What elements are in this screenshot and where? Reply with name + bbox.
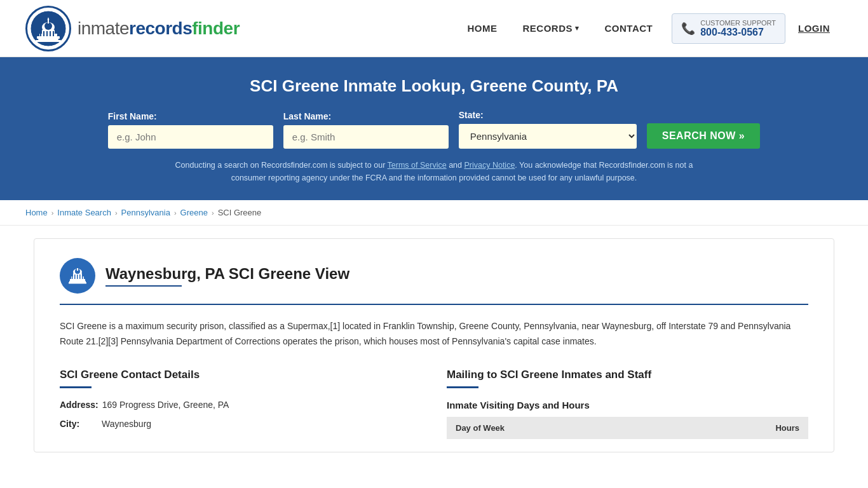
svg-rect-12 [53,31,54,36]
chevron-down-icon: ▾ [575,24,580,32]
svg-rect-9 [43,31,44,36]
contact-section-title: SCI Greene Contact Details [60,369,421,381]
sep2: › [115,209,118,217]
last-name-input[interactable] [283,125,449,149]
address-value: 169 Progress Drive, Greene, PA [102,400,229,410]
city-value: Waynesburg [102,419,151,429]
mailing-col: Mailing to SCI Greene Inmates and Staff … [447,369,808,439]
svg-rect-8 [40,31,41,36]
breadcrumb-pennsylvania[interactable]: Pennsylvania [121,208,170,217]
first-name-label: First Name: [108,111,157,121]
state-select[interactable]: Pennsylvania Alabama Alaska Arizona Cali… [459,124,637,149]
phone-icon: 📞 [681,22,695,36]
svg-rect-27 [69,282,86,284]
svg-rect-22 [74,274,76,279]
breadcrumb-home[interactable]: Home [25,208,48,217]
svg-rect-23 [77,274,78,279]
svg-rect-15 [70,279,85,281]
svg-rect-2 [39,34,57,36]
city-row: City: Waynesburg [60,419,421,429]
site-header: inmaterecordsfinder HOME RECORDS ▾ CONTA… [0,0,868,57]
mailing-underline [447,386,478,388]
title-underline [105,285,182,287]
logo-text: inmaterecordsfinder [78,18,240,39]
visiting-section-title: Inmate Visiting Days and Hours [447,400,808,410]
mailing-section-title: Mailing to SCI Greene Inmates and Staff [447,369,808,381]
privacy-link[interactable]: Privacy Notice [464,161,515,170]
first-name-input[interactable] [108,125,273,149]
main-nav: HOME RECORDS ▾ CONTACT 📞 CUSTOMER SUPPOR… [454,13,843,44]
svg-rect-14 [36,40,61,42]
last-name-group: Last Name: [283,111,449,149]
customer-support-box[interactable]: 📞 CUSTOMER SUPPORT 800-433-0567 [672,13,785,44]
phone-number: 800-433-0567 [700,27,776,38]
nav-home[interactable]: HOME [454,17,510,40]
support-label: CUSTOMER SUPPORT [700,19,776,27]
breadcrumb-current: SCI Greene [218,208,262,217]
svg-rect-26 [69,281,86,282]
svg-rect-1 [37,36,60,39]
search-button[interactable]: SEARCH NOW » [647,123,760,149]
facility-description: SCI Greene is a maximum security prison,… [60,319,808,349]
state-label: State: [459,110,484,120]
svg-rect-24 [79,274,81,279]
terms-link[interactable]: Terms of Service [388,161,447,170]
sep1: › [51,209,54,217]
svg-rect-13 [38,39,58,40]
banner-title: SCI Greene Inmate Lookup, Greene County,… [25,76,843,96]
nav-contact[interactable]: CONTACT [592,17,666,40]
two-col-section: SCI Greene Contact Details Address: 169 … [60,369,808,452]
disclaimer-text: Conducting a search on Recordsfinder.com… [173,159,695,184]
logo-area: inmaterecordsfinder [25,6,240,51]
breadcrumb-inmate-search[interactable]: Inmate Search [57,208,111,217]
contact-underline [60,386,92,388]
facility-icon [60,258,95,294]
first-name-group: First Name: [108,111,273,149]
state-group: State: Pennsylvania Alabama Alaska Arizo… [459,110,637,149]
table-header-hours: Hours [669,417,808,439]
svg-rect-11 [50,31,51,36]
breadcrumb: Home › Inmate Search › Pennsylvania › Gr… [0,200,868,226]
svg-rect-21 [72,274,73,279]
sep4: › [212,209,214,217]
contact-details-col: SCI Greene Contact Details Address: 169 … [60,369,421,439]
search-banner: SCI Greene Inmate Lookup, Greene County,… [0,57,868,200]
facility-title-block: Waynesburg, PA SCI Greene View [105,265,349,287]
svg-rect-25 [82,274,83,279]
svg-rect-10 [46,31,48,36]
city-label: City: [60,419,98,429]
last-name-label: Last Name: [283,111,331,121]
table-header-day: Day of Week [447,417,669,439]
search-form: First Name: Last Name: State: Pennsylvan… [25,110,843,149]
address-row: Address: 169 Progress Drive, Greene, PA [60,400,421,410]
breadcrumb-greene[interactable]: Greene [180,208,208,217]
sep3: › [174,209,177,217]
address-label: Address: [60,400,98,410]
logo-icon [25,6,71,51]
nav-login[interactable]: LOGIN [785,17,843,40]
nav-records[interactable]: RECORDS ▾ [510,17,592,40]
svg-rect-20 [77,268,78,271]
visiting-table: Day of Week Hours [447,417,808,439]
facility-header: Waynesburg, PA SCI Greene View [60,239,808,305]
main-content: Waynesburg, PA SCI Greene View SCI Green… [34,238,834,452]
facility-title: Waynesburg, PA SCI Greene View [105,265,349,283]
